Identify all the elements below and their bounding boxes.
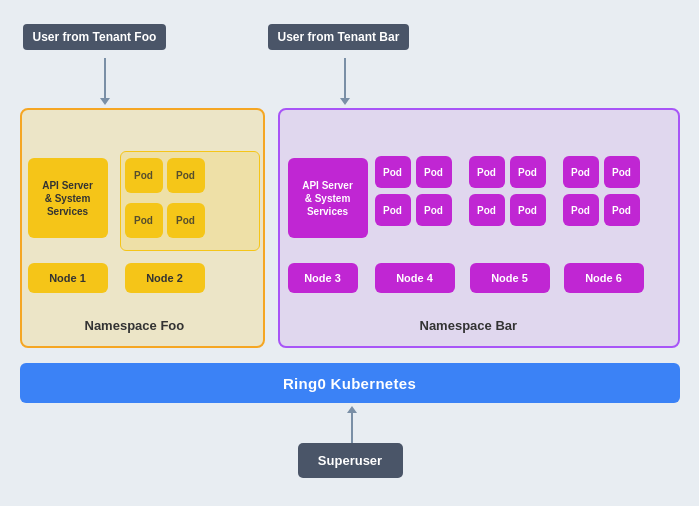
pod-n5-1: Pod xyxy=(469,156,505,188)
pod-n6-2: Pod xyxy=(604,156,640,188)
node4-box: Node 4 xyxy=(375,263,455,293)
arrow-user-bar xyxy=(340,58,350,105)
pod-n4-4: Pod xyxy=(416,194,452,226)
pod-n5-2: Pod xyxy=(510,156,546,188)
pod-n6-3: Pod xyxy=(563,194,599,226)
arrow-superuser xyxy=(347,406,357,443)
node2-box: Node 2 xyxy=(125,263,205,293)
api-server-foo: API Server & System Services xyxy=(28,158,108,238)
superuser-box: Superuser xyxy=(298,443,403,478)
pod-n4-1: Pod xyxy=(375,156,411,188)
ring0-bar: Ring0 Kubernetes xyxy=(20,363,680,403)
namespace-foo-label: Namespace Foo xyxy=(85,318,185,333)
pod-n4-3: Pod xyxy=(375,194,411,226)
pod-n5-3: Pod xyxy=(469,194,505,226)
node6-box: Node 6 xyxy=(564,263,644,293)
namespace-bar-label: Namespace Bar xyxy=(420,318,518,333)
node1-box: Node 1 xyxy=(28,263,108,293)
node5-box: Node 5 xyxy=(470,263,550,293)
pod-n4-2: Pod xyxy=(416,156,452,188)
user-foo-label: User from Tenant Foo xyxy=(23,24,167,50)
pod-n6-4: Pod xyxy=(604,194,640,226)
node3-box: Node 3 xyxy=(288,263,358,293)
arrow-user-foo xyxy=(100,58,110,105)
api-server-bar: API Server & System Services xyxy=(288,158,368,238)
pod-n6-1: Pod xyxy=(563,156,599,188)
architecture-diagram: User from Tenant Foo User from Tenant Ba… xyxy=(10,8,690,498)
user-bar-label: User from Tenant Bar xyxy=(268,24,410,50)
pod-n5-4: Pod xyxy=(510,194,546,226)
